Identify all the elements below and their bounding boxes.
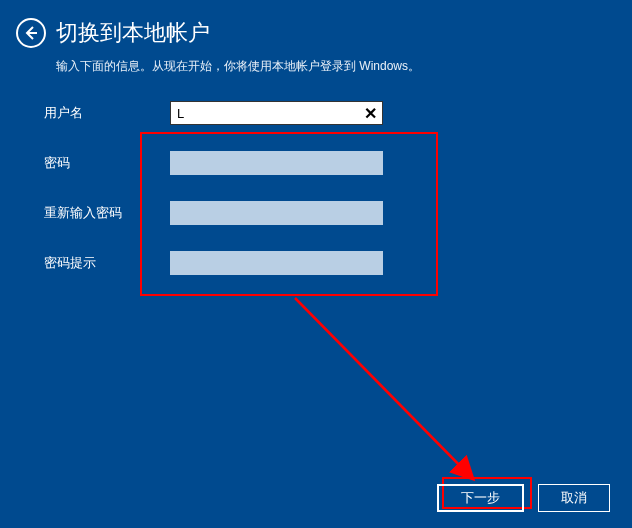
back-arrow-icon [23,25,39,41]
password-input[interactable] [170,151,383,175]
username-row: 用户名 ✕ [44,101,632,125]
confirm-password-row: 重新输入密码 [44,201,632,225]
password-hint-input[interactable] [170,251,383,275]
svg-line-1 [295,298,470,476]
confirm-password-input[interactable] [170,201,383,225]
next-button[interactable]: 下一步 [437,484,524,512]
password-row: 密码 [44,151,632,175]
annotation-arrow-icon [290,296,490,496]
username-label: 用户名 [44,104,170,122]
page-subtitle: 输入下面的信息。从现在开始，你将使用本地帐户登录到 Windows。 [0,54,632,75]
cancel-button[interactable]: 取消 [538,484,610,512]
password-hint-row: 密码提示 [44,251,632,275]
footer-buttons: 下一步 取消 [437,484,610,512]
password-hint-label: 密码提示 [44,254,170,272]
page-title: 切换到本地帐户 [56,18,210,48]
confirm-password-label: 重新输入密码 [44,204,170,222]
clear-input-icon[interactable]: ✕ [361,104,379,122]
password-label: 密码 [44,154,170,172]
back-button[interactable] [16,18,46,48]
username-input[interactable] [170,101,383,125]
account-form: 用户名 ✕ 密码 重新输入密码 密码提示 [0,75,632,275]
